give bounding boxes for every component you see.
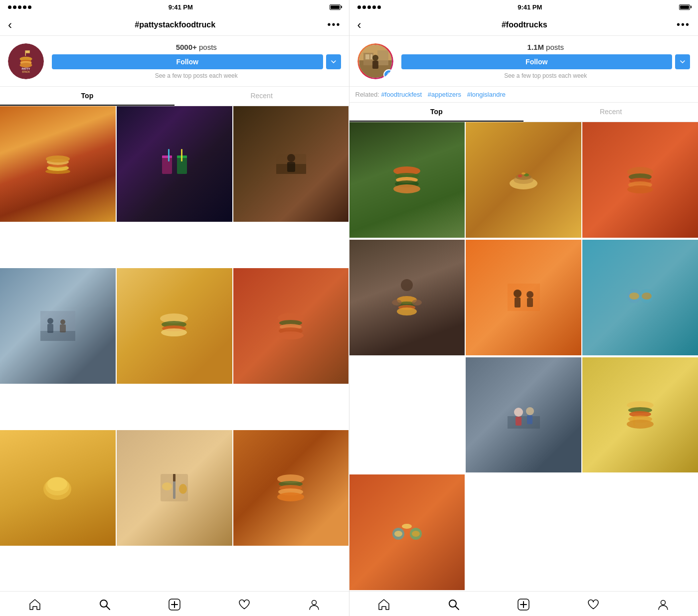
svg-point-111: [412, 531, 420, 537]
svg-point-82: [401, 279, 413, 291]
add-button-left[interactable]: [167, 597, 182, 613]
follow-row-right: Follow: [401, 54, 691, 69]
svg-point-99: [514, 408, 523, 417]
related-tag-3[interactable]: #longislandre: [467, 91, 506, 98]
svg-rect-62: [365, 54, 369, 59]
posts-count-left: 5000+ posts: [52, 43, 341, 51]
posts-label-right: posts: [546, 43, 564, 51]
svg-point-38: [278, 331, 304, 339]
svg-line-114: [456, 606, 459, 610]
svg-rect-89: [508, 284, 540, 311]
r-grid-cell-3[interactable]: [582, 122, 698, 238]
heart-icon-right: [587, 598, 600, 611]
tab-recent-left[interactable]: Recent: [174, 87, 349, 106]
r-grid-cell-5[interactable]: [466, 240, 581, 355]
grid-cell-1[interactable]: [0, 106, 116, 222]
related-tag-2[interactable]: #appetizers: [428, 91, 461, 98]
r-food-img-8: [582, 357, 698, 473]
heart-button-left[interactable]: [236, 597, 252, 613]
svg-point-33: [161, 328, 187, 336]
nav-header-right: ‹ #foodtrucks •••: [349, 14, 698, 36]
svg-rect-98: [508, 416, 540, 429]
svg-point-86: [397, 308, 417, 315]
follow-button-left[interactable]: Follow: [52, 54, 323, 69]
svg-rect-91: [515, 298, 521, 308]
follow-button-right[interactable]: Follow: [401, 54, 673, 69]
svg-point-41: [47, 477, 67, 491]
posts-count-right: 1.1M posts: [401, 43, 691, 51]
grid-cell-3[interactable]: [233, 106, 349, 222]
status-right-left: [330, 4, 341, 10]
search-button-right[interactable]: [446, 597, 462, 613]
r-grid-cell-4[interactable]: [349, 240, 465, 355]
related-tag-1[interactable]: #foodtruckfest: [381, 91, 422, 98]
svg-rect-27: [47, 324, 53, 333]
svg-point-13: [46, 155, 70, 162]
svg-rect-63: [370, 54, 372, 59]
svg-line-53: [106, 606, 110, 610]
r-grid-cell-2[interactable]: [466, 122, 581, 238]
profile-button-right[interactable]: [655, 597, 671, 613]
add-icon-left: [168, 598, 181, 611]
home-icon-right: [377, 598, 390, 611]
dot3: [18, 5, 21, 9]
add-button-right[interactable]: [516, 597, 531, 613]
svg-rect-19: [181, 149, 182, 161]
r-dot3: [367, 5, 371, 9]
tabs-right: Top Recent: [349, 103, 698, 122]
r-food-img-1: [349, 122, 465, 238]
patty-stack-logo-icon: PATTY STACK: [12, 47, 40, 75]
svg-rect-2: [26, 50, 30, 53]
heart-button-right[interactable]: [585, 597, 601, 613]
svg-rect-65: [372, 61, 378, 69]
r-grid-cell-8[interactable]: [582, 357, 698, 473]
profile-button-left[interactable]: [306, 597, 322, 613]
r-food-img-3: [582, 122, 698, 238]
r-grid-cell-7[interactable]: [466, 357, 581, 473]
bottom-nav-right: [349, 591, 698, 616]
tab-top-left[interactable]: Top: [0, 87, 174, 106]
posts-label-left: posts: [199, 43, 217, 51]
grid-cell-7[interactable]: [0, 430, 116, 546]
r-grid-cell-6[interactable]: [582, 240, 698, 355]
follow-dropdown-left[interactable]: [326, 54, 341, 69]
follow-dropdown-right[interactable]: [675, 54, 690, 69]
avatar-right: #: [357, 43, 393, 79]
r-dot4: [372, 5, 376, 9]
profile-icon-right: [657, 598, 670, 611]
time-right: 9:41 PM: [518, 3, 542, 11]
grid-cell-6[interactable]: [233, 268, 349, 384]
r-grid-cell-1[interactable]: [349, 122, 465, 238]
grid-cell-9[interactable]: [233, 430, 349, 546]
svg-point-97: [642, 293, 652, 300]
r-food-img-9: [349, 474, 465, 590]
svg-rect-102: [527, 415, 532, 424]
more-button-left[interactable]: •••: [327, 19, 341, 30]
more-button-right[interactable]: •••: [677, 19, 690, 30]
image-grid-left: [0, 106, 349, 591]
posts-number-left: 5000+: [176, 43, 197, 51]
r-food-img-7: [466, 357, 581, 473]
svg-point-57: [312, 600, 316, 605]
home-button-left[interactable]: [27, 597, 43, 613]
profile-section-left: PATTY STACK 5000+ posts Follow: [0, 36, 349, 87]
avatar-patty: PATTY STACK: [8, 43, 44, 79]
search-button-left[interactable]: [97, 597, 113, 613]
food-img-4: [0, 268, 116, 384]
home-button-right[interactable]: [376, 597, 392, 613]
grid-cell-2[interactable]: [117, 106, 232, 222]
svg-point-70: [393, 184, 420, 193]
food-img-2: [117, 106, 232, 222]
grid-cell-4[interactable]: [0, 268, 116, 384]
tab-recent-right[interactable]: Recent: [524, 103, 698, 122]
svg-point-87: [392, 300, 402, 306]
grid-cell-8[interactable]: [117, 430, 232, 546]
r-grid-cell-9[interactable]: [349, 474, 465, 590]
search-icon-left: [98, 598, 111, 611]
back-button-right[interactable]: ‹: [357, 18, 372, 32]
tab-top-right[interactable]: Top: [349, 103, 524, 122]
svg-text:PATTY: PATTY: [21, 67, 30, 70]
grid-cell-5[interactable]: [117, 268, 232, 384]
dot2: [13, 5, 16, 9]
back-button-left[interactable]: ‹: [8, 18, 23, 32]
